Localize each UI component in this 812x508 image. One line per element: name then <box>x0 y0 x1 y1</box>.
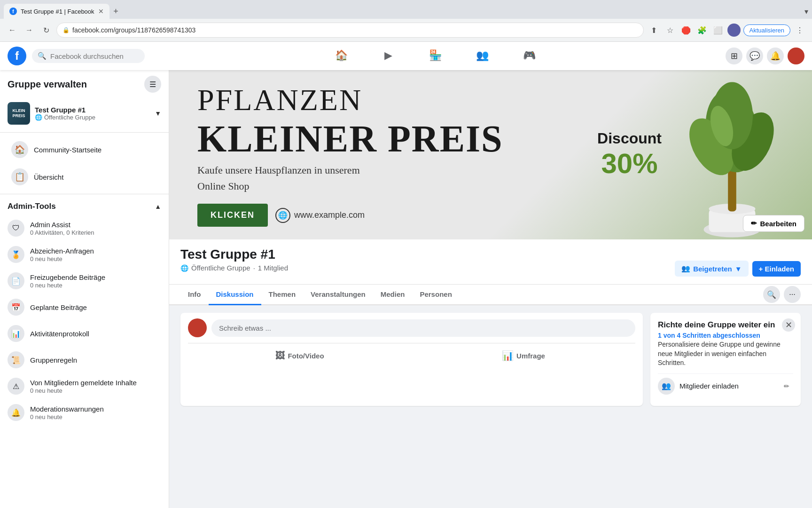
aktivitaeten-icon: 📊 <box>8 325 24 342</box>
tab-diskussion[interactable]: Diskussion <box>209 285 261 305</box>
collapse-admin-tools-icon[interactable]: ▲ <box>155 203 161 210</box>
group-dropdown-arrow[interactable]: ▼ <box>155 110 161 117</box>
back-button[interactable]: ← <box>6 24 19 37</box>
cta-button[interactable]: KLICKEN <box>197 204 268 227</box>
apps-icon-btn[interactable]: ⊞ <box>726 48 742 64</box>
user-avatar[interactable] <box>788 48 804 64</box>
browser-profile-button[interactable] <box>727 24 741 37</box>
nav-gaming[interactable]: 🎮 <box>506 44 553 68</box>
umfrage-icon: 📊 <box>502 350 514 361</box>
close-tab-button[interactable]: ✕ <box>98 8 104 15</box>
more-tab-button[interactable]: ··· <box>784 286 801 303</box>
admin-item-freizugeben[interactable]: 📄 Freizugebende Beiträge 0 neu heute <box>0 268 169 294</box>
cover-subtitle-2: Online Shop <box>197 180 578 192</box>
tab-menu-button[interactable]: ▾ <box>804 7 808 16</box>
plant-illustration <box>680 79 784 230</box>
admin-item-aktivitaeten[interactable]: 📊 Aktivitätenprotokoll <box>0 320 169 347</box>
cover-title-light: PFLANZEN <box>197 83 578 118</box>
group-title: Test Gruppe #1 <box>180 247 801 262</box>
aktualisieren-button[interactable]: Aktualisieren <box>743 24 790 36</box>
messenger-icon-btn[interactable]: 💬 <box>746 48 763 64</box>
cover-edit-button[interactable]: ✏ Bearbeiten <box>743 215 804 232</box>
admin-tools-header[interactable]: Admin-Tools ▲ <box>0 198 169 215</box>
freizugeben-count: 0 neu heute <box>30 282 105 289</box>
umfrage-action[interactable]: 📊 Umfrage <box>412 347 635 364</box>
setup-progress: 1 von 4 Schritten abgeschlossen <box>658 332 793 339</box>
photo-video-action[interactable]: 🖼 Foto/Video <box>188 347 412 364</box>
new-tab-button[interactable]: + <box>109 5 123 18</box>
tab-info[interactable]: Info <box>180 285 209 305</box>
cover-edit-label: Bearbeiten <box>760 220 796 228</box>
beigetreten-button[interactable]: 👥 Beigetreten ▼ <box>675 261 748 277</box>
setup-edit-button[interactable]: ✏ <box>780 380 793 393</box>
nav-watch[interactable]: ▶ <box>365 44 412 68</box>
cover-title-bold: KLEINER PREIS <box>197 118 578 160</box>
group-info-bar: Test Gruppe #1 🌐 Öffentliche Gruppe · 1 … <box>169 239 812 285</box>
admin-tools-title: Admin-Tools <box>8 202 56 211</box>
edit-icon: ✏ <box>751 219 757 228</box>
tab-themen[interactable]: Themen <box>261 285 304 305</box>
menu-icon[interactable]: ⋮ <box>793 24 806 37</box>
globe-icon: 🌐 <box>275 208 290 223</box>
group-members-text: 1 Mitglied <box>258 264 288 272</box>
admin-item-geplante[interactable]: 📅 Geplante Beiträge <box>0 294 169 320</box>
nav-home[interactable]: 🏠 <box>318 44 365 68</box>
search-input[interactable] <box>50 52 139 60</box>
sidebar-toggle-icon[interactable]: ☰ <box>144 76 161 93</box>
post-user-avatar <box>188 318 207 337</box>
gemeldet-count: 0 neu heute <box>30 387 137 394</box>
active-tab[interactable]: f Test Gruppe #1 | Facebook ✕ <box>4 4 109 19</box>
reload-button[interactable]: ↻ <box>39 24 53 37</box>
search-tab-button[interactable]: 🔍 <box>763 286 780 303</box>
share-icon[interactable]: ⬆ <box>648 24 661 37</box>
geplante-label: Geplante Beiträge <box>30 303 87 311</box>
setup-widget: ✕ Richte deine Gruppe weiter ein 1 von 4… <box>650 313 801 406</box>
overview-icon: 📋 <box>11 168 28 185</box>
discount-value: 30% <box>597 147 662 180</box>
tab-personen[interactable]: Personen <box>412 285 459 305</box>
admin-assist-label: Admin Assist <box>30 221 94 229</box>
group-type-text: Öffentliche Gruppe <box>191 264 250 272</box>
fb-search-bar[interactable]: 🔍 <box>32 49 145 63</box>
tab-veranstaltungen[interactable]: Veranstaltungen <box>303 285 373 305</box>
address-bar[interactable]: 🔒 facebook.com/groups/1187626598741303 <box>56 23 644 38</box>
browser-chrome: f Test Gruppe #1 | Facebook ✕ + ▾ ← → ↻ … <box>0 0 812 42</box>
forward-button[interactable]: → <box>23 24 36 37</box>
nav-marketplace[interactable]: 🏪 <box>412 44 459 68</box>
post-input-field[interactable]: Schreib etwas ... <box>211 319 635 337</box>
admin-item-badges[interactable]: 🏅 Abzeichen-Anfragen 0 neu heute <box>0 241 169 268</box>
gruppenregeln-label: Gruppenregeln <box>30 356 77 364</box>
admin-assist-count: 0 Aktivitäten, 0 Kriterien <box>30 229 94 236</box>
aktivitaeten-label: Aktivitätenprotokoll <box>30 330 89 338</box>
admin-assist-icon: 🛡 <box>8 220 24 237</box>
sidebar-header: Gruppe verwalten ☰ <box>0 76 169 98</box>
overview-label: Übersicht <box>34 173 63 181</box>
setup-title: Richte deine Gruppe weiter ein <box>658 320 793 330</box>
sidebar-divider-2 <box>0 194 169 194</box>
nav-groups[interactable]: 👥 <box>459 44 506 68</box>
badges-label: Abzeichen-Anfragen <box>30 247 94 255</box>
extensions-icon[interactable]: 🧩 <box>695 24 709 37</box>
tab-favicon: f <box>9 8 17 15</box>
admin-item-gruppenregeln[interactable]: 📜 Gruppenregeln <box>0 347 169 373</box>
moderations-count: 0 neu heute <box>30 413 104 421</box>
sidebar-title: Gruppe verwalten <box>8 79 87 90</box>
fb-sidebar: Gruppe verwalten ☰ KLEIN PREIS Test Grup… <box>0 70 169 508</box>
sidebar-item-overview[interactable]: 📋 Übersicht <box>4 164 165 190</box>
split-view-icon[interactable]: ⬜ <box>711 24 725 37</box>
adblock-icon[interactable]: 🛑 <box>679 24 693 37</box>
notifications-icon-btn[interactable]: 🔔 <box>767 48 784 64</box>
tab-bar: f Test Gruppe #1 | Facebook ✕ + ▾ <box>0 0 812 19</box>
group-name-label: Test Gruppe #1 <box>35 106 150 114</box>
tab-medien[interactable]: Medien <box>373 285 413 305</box>
setup-item-invite[interactable]: 👥 Mitglieder einladen ✏ <box>658 373 793 398</box>
admin-item-moderations[interactable]: 🔔 Moderationswarnungen 0 neu heute <box>0 399 169 426</box>
bookmark-icon[interactable]: ☆ <box>664 24 677 37</box>
admin-item-assist[interactable]: 🛡 Admin Assist 0 Aktivitäten, 0 Kriterie… <box>0 215 169 241</box>
setup-close-button[interactable]: ✕ <box>782 318 795 332</box>
admin-item-gemeldet[interactable]: ⚠ Von Mitgliedern gemeldete Inhalte 0 ne… <box>0 373 169 399</box>
group-selector[interactable]: KLEIN PREIS Test Gruppe #1 🌐 Öffentliche… <box>0 98 169 128</box>
fb-nav-icons: 🏠 ▶ 🏪 👥 🎮 <box>150 44 720 68</box>
sidebar-item-community[interactable]: 🏠 Community-Startseite <box>4 136 165 163</box>
invite-button[interactable]: + Einladen <box>752 261 801 277</box>
